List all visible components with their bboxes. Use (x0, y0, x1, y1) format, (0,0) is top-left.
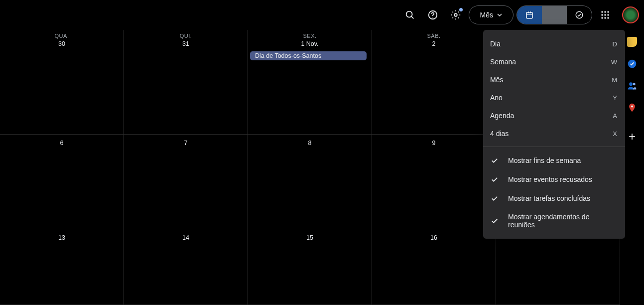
day-cell[interactable]: QUA. 30 (0, 30, 124, 135)
day-number: 7 (126, 138, 246, 147)
menu-toggle-declined[interactable]: Mostrar eventos recusados (483, 170, 625, 189)
menu-item-label: Mostrar tarefas concluídas (508, 194, 590, 202)
segmented-divider (542, 6, 567, 24)
menu-item-label: Dia (490, 40, 501, 48)
day-cell[interactable]: 9 (372, 135, 496, 229)
svg-point-16 (601, 17, 603, 19)
day-cell[interactable]: 14 (124, 229, 248, 305)
avatar[interactable] (622, 6, 639, 23)
menu-item-4days[interactable]: 4 dias X (483, 125, 625, 143)
day-cell[interactable]: 13 (0, 229, 124, 305)
day-cell[interactable]: 7 (124, 135, 248, 229)
svg-line-1 (411, 16, 413, 18)
day-of-week-label: QUI. (126, 33, 246, 39)
view-dropdown-menu: Dia D Semana W Mês M Ano Y Agenda A 4 di… (483, 30, 625, 239)
svg-point-10 (601, 11, 603, 13)
menu-item-agenda[interactable]: Agenda A (483, 107, 625, 125)
svg-point-9 (576, 11, 583, 18)
view-switcher-button[interactable]: Mês (469, 5, 514, 24)
tasks-mode-button[interactable] (567, 6, 592, 24)
menu-toggle-completed-tasks[interactable]: Mostrar tarefas concluídas (483, 189, 625, 208)
menu-item-week[interactable]: Semana W (483, 53, 625, 71)
menu-divider (483, 147, 625, 147)
event-chip[interactable]: Dia de Todos-os-Santos (250, 51, 367, 60)
day-number: 6 (2, 138, 122, 147)
svg-point-13 (601, 14, 603, 16)
svg-point-0 (406, 11, 412, 17)
day-of-week-label: SEX. (250, 33, 370, 39)
menu-toggle-weekends[interactable]: Mostrar fins de semana (483, 151, 625, 170)
menu-item-year[interactable]: Ano Y (483, 89, 625, 107)
menu-item-shortcut: X (613, 130, 617, 138)
svg-point-3 (432, 17, 433, 17)
svg-point-21 (633, 83, 636, 85)
chevron-down-icon (497, 12, 502, 17)
search-icon[interactable] (400, 5, 420, 25)
day-number: 1 Nov. (250, 40, 370, 47)
svg-point-17 (604, 17, 606, 19)
calendar-mode-button[interactable] (517, 6, 542, 24)
settings-notification-dot (459, 8, 463, 11)
day-number: 8 (250, 138, 370, 147)
day-number: 16 (374, 232, 494, 241)
menu-item-label: Mês (490, 76, 503, 84)
day-number: 2 (374, 40, 494, 47)
menu-item-shortcut: D (613, 40, 617, 48)
day-number: 31 (126, 40, 246, 47)
check-circle-icon (575, 10, 584, 19)
day-of-week-label: QUA. (2, 33, 122, 39)
menu-item-label: Ano (490, 94, 503, 102)
svg-point-11 (604, 11, 606, 13)
check-icon (490, 156, 499, 165)
calendar-icon (525, 10, 534, 19)
day-cell[interactable]: SÁB. 2 (372, 30, 496, 135)
menu-item-shortcut: Y (613, 94, 617, 102)
menu-item-label: Agenda (490, 112, 514, 120)
menu-item-label: Semana (490, 58, 516, 66)
add-panel-icon[interactable]: + (629, 131, 636, 143)
day-cell[interactable]: SEX. 1 Nov. Dia de Todos-os-Santos (248, 30, 372, 135)
day-cell[interactable]: QUI. 31 (124, 30, 248, 135)
day-cell[interactable]: 8 (248, 135, 372, 229)
mode-segmented (516, 5, 592, 24)
svg-point-12 (607, 11, 609, 13)
menu-item-shortcut: A (613, 112, 617, 120)
menu-item-month[interactable]: Mês M (483, 71, 625, 89)
maps-icon[interactable] (627, 103, 637, 113)
day-of-week-label: SÁB. (374, 33, 494, 39)
svg-point-22 (631, 105, 633, 107)
check-icon (490, 175, 499, 184)
menu-item-label: Mostrar agendamentos de reuniões (508, 213, 617, 229)
menu-item-label: Mostrar eventos recusados (508, 175, 592, 183)
day-number: 14 (126, 232, 246, 241)
tasks-icon[interactable] (627, 59, 637, 69)
menu-toggle-meeting-appointments[interactable]: Mostrar agendamentos de reuniões (483, 208, 625, 234)
svg-point-15 (607, 14, 609, 16)
menu-item-day[interactable]: Dia D (483, 35, 625, 53)
menu-item-label: Mostrar fins de semana (508, 156, 581, 164)
help-icon[interactable] (423, 5, 443, 25)
day-number: 13 (2, 232, 122, 241)
svg-point-20 (629, 82, 633, 86)
header-bar: Mês (0, 0, 644, 30)
day-number: 15 (250, 232, 370, 241)
svg-rect-5 (526, 12, 532, 18)
contacts-icon[interactable] (627, 81, 637, 91)
day-cell[interactable]: 16 (372, 229, 496, 305)
apps-grid-icon[interactable] (595, 5, 615, 25)
svg-point-14 (604, 14, 606, 16)
view-switcher-label: Mês (480, 11, 493, 19)
day-cell[interactable]: 6 (0, 135, 124, 229)
day-cell[interactable] (496, 229, 620, 305)
keep-icon[interactable] (627, 37, 637, 47)
day-number: 30 (2, 40, 122, 47)
gear-icon[interactable] (446, 5, 466, 25)
svg-point-18 (607, 17, 609, 19)
menu-item-label: 4 dias (490, 130, 509, 138)
svg-point-4 (454, 13, 457, 16)
day-number: 9 (374, 138, 494, 147)
menu-item-shortcut: M (612, 76, 617, 84)
check-icon (490, 194, 499, 203)
check-icon (490, 216, 499, 225)
day-cell[interactable]: 15 (248, 229, 372, 305)
